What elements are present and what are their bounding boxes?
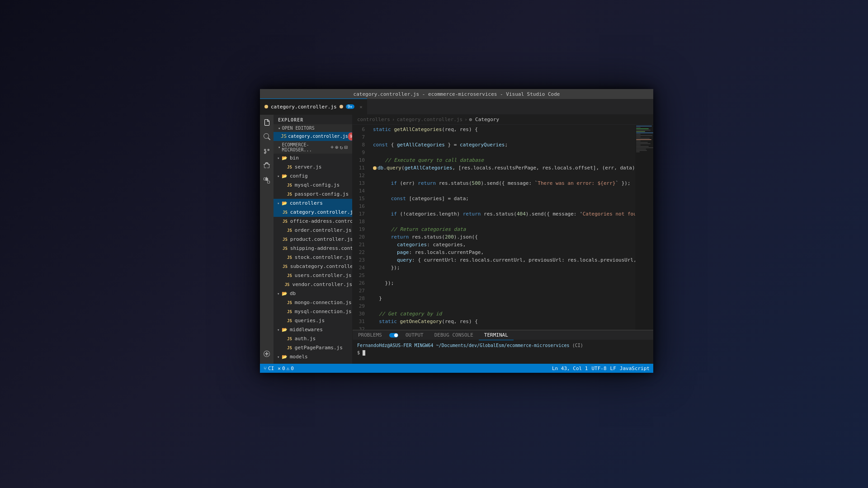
js-file-icon: JS (287, 344, 292, 352)
code-content[interactable]: static getAllCategories(req, res) { cons… (368, 125, 635, 330)
js-file-icon: JS (287, 190, 292, 198)
tree-item-db[interactable]: ▾📂db (274, 289, 352, 298)
screen-background: category.controller.js - ecommerce-micro… (0, 0, 868, 488)
error-count: 0 (282, 366, 285, 371)
tree-item-controllers[interactable]: ▾📂controllers (274, 199, 352, 208)
line-col-status[interactable]: Ln 43, Col 1 (552, 366, 588, 371)
remote-icon[interactable] (261, 348, 272, 359)
new-folder-icon[interactable]: ⊕ (335, 144, 338, 150)
code-line-14 (373, 187, 635, 195)
code-line-23: query: { currentUrl: res.locals.currentU… (373, 256, 635, 264)
tree-item-getPageParams-js[interactable]: JSgetPageParams.js (274, 343, 352, 352)
code-line-16 (373, 202, 635, 210)
code-editor: 6789101112131415161718192021222324252627… (353, 125, 653, 330)
editor-layout: EXPLORER ▾ OPEN EDITORS JS category.cont… (260, 115, 653, 364)
new-file-icon[interactable]: + (330, 144, 334, 150)
tree-item-bin[interactable]: ▾📂bin (274, 154, 352, 163)
open-editor-badge: 9+ (348, 132, 353, 141)
js-file-icon: JS (287, 272, 292, 280)
tree-item-stock-controller-js[interactable]: JSstock.controller.js (274, 253, 352, 262)
tree-item-subcategory-controller-js[interactable]: JSsubcategory.controller.js (274, 262, 352, 271)
eol-label: LF (610, 366, 616, 371)
encoding-label: UTF-8 (591, 366, 606, 371)
error-badge: 9+ (346, 104, 354, 109)
tree-item-auth-js[interactable]: JSauth.js (274, 334, 352, 343)
code-line-29 (373, 302, 635, 310)
tree-item-config[interactable]: ▾📂config (274, 172, 352, 181)
tree-item-vendor-controller-js[interactable]: JSvendor.controller.js (274, 280, 352, 289)
tree-item-mongo-connection-js[interactable]: JSmongo-connection.js (274, 298, 352, 307)
vscode-window: category.controller.js - ecommerce-micro… (260, 89, 653, 373)
debug-console-tab[interactable]: DEBUG CONSOLE (429, 330, 479, 340)
line-col-label: Ln 43, Col 1 (552, 366, 588, 371)
extensions-icon[interactable] (261, 175, 272, 186)
tree-item-passport-config-js[interactable]: JSpassport-config.js (274, 190, 352, 199)
language-status[interactable]: JavaScript (620, 366, 650, 371)
collapse-icon[interactable]: ⊟ (344, 144, 348, 150)
tree-item-users-controller-js[interactable]: JSusers.controller.js (274, 271, 352, 280)
open-editors-section[interactable]: ▾ OPEN EDITORS (274, 124, 352, 132)
chevron-down-icon: ▾ (278, 126, 280, 131)
breadcrumb-part-1: controllers (357, 117, 390, 122)
tree-item-label: passport-config.js (295, 190, 349, 198)
eol-status[interactable]: LF (610, 366, 616, 371)
tree-item-label: stock.controller.js (295, 253, 352, 262)
tree-item-models[interactable]: ▾📂models (274, 352, 352, 361)
search-icon[interactable] (261, 131, 272, 142)
tree-item-category-controller-js[interactable]: JScategory.controller.js9+ (274, 208, 352, 217)
chevron-down-icon: ▾ (277, 353, 282, 361)
tree-item-mysql-config-js[interactable]: JSmysql-config.js (274, 181, 352, 190)
tree-item-label: config (290, 172, 308, 180)
output-tab[interactable]: OUTPUT (400, 330, 429, 340)
folder-icon: 📂 (282, 199, 287, 207)
breadcrumb: controllers › category.controller.js › ⊙… (353, 115, 653, 125)
code-line-21: categories: categories, (373, 241, 635, 249)
title-bar: category.controller.js - ecommerce-micro… (260, 89, 653, 99)
editor-area: controllers › category.controller.js › ⊙… (353, 115, 653, 364)
refresh-icon[interactable]: ↻ (340, 144, 343, 150)
debug-icon[interactable] (261, 160, 272, 171)
code-line-26: }); (373, 279, 635, 287)
terminal-tab[interactable]: TERMINAL (479, 330, 514, 340)
js-file-icon: JS (287, 317, 292, 325)
terminal-panel: PROBLEMS OUTPUT DEBUG CONSOLE TERMINAL (353, 330, 653, 364)
code-line-12 (373, 172, 635, 179)
tab-category-controller[interactable]: category.controller.js 9+ ✕ (260, 99, 367, 114)
tab-bar: category.controller.js 9+ ✕ (260, 99, 653, 115)
branch-name: CI (268, 366, 274, 371)
js-file-icon: JS (287, 335, 292, 343)
source-control-icon[interactable] (261, 146, 272, 157)
open-editor-file[interactable]: JS category.controller.js 9+ (274, 132, 352, 141)
panel-tab-bar: PROBLEMS OUTPUT DEBUG CONSOLE TERMINAL (353, 330, 653, 340)
js-file-icon: JS (283, 235, 288, 244)
tree-item-label: mongo-connection.js (295, 299, 352, 307)
tree-item-office-address-controller-js[interactable]: JSoffice-address.controller.js (274, 217, 352, 226)
js-file-dot (264, 105, 268, 108)
problems-toggle[interactable] (389, 333, 398, 338)
terminal-content[interactable]: FernandoHdz@ASUS-FER MINGW64 ~/Documents… (353, 340, 653, 364)
tree-item-label: bin (290, 154, 299, 162)
tree-item-label: shipping-address.controller.js (290, 244, 352, 253)
code-line-28: } (373, 295, 635, 302)
tree-item-queries-js[interactable]: JSqueries.js (274, 316, 352, 325)
close-tab-icon[interactable]: ✕ (360, 104, 363, 109)
tree-item-label: db (290, 290, 296, 298)
tree-item-label: mysql-config.js (295, 181, 340, 189)
tree-item-middlewares[interactable]: ▾📂middlewares (274, 325, 352, 334)
encoding-status[interactable]: UTF-8 (591, 366, 606, 371)
git-branch-status[interactable]: ⑂ CI (264, 366, 274, 371)
files-icon[interactable] (261, 117, 272, 128)
tree-item-product-controller-js[interactable]: JSproduct.controller.js (274, 235, 352, 244)
tree-item-order-controller-js[interactable]: JSorder.controller.js (274, 226, 352, 235)
tree-item-shipping-address-controller-js[interactable]: JSshipping-address.controller.js (274, 244, 352, 253)
errors-status[interactable]: ✕ 0 ⚠ 0 (278, 366, 294, 371)
problems-tab[interactable]: PROBLEMS (353, 330, 387, 340)
folder-icon: 📂 (282, 154, 287, 162)
code-line-24: }); (373, 264, 635, 272)
tab-label: category.controller.js (271, 104, 337, 110)
tree-item-mysql-connection-js[interactable]: JSmysql-connection.js (274, 307, 352, 316)
error-icon: ✕ (278, 366, 281, 371)
chevron-down-icon: ▾ (277, 290, 282, 298)
tree-item-server-js[interactable]: JSserver.js (274, 163, 352, 172)
project-section[interactable]: ▾ ECOMMERCE-MICROSER... + ⊕ ↻ ⊟ (274, 141, 352, 154)
